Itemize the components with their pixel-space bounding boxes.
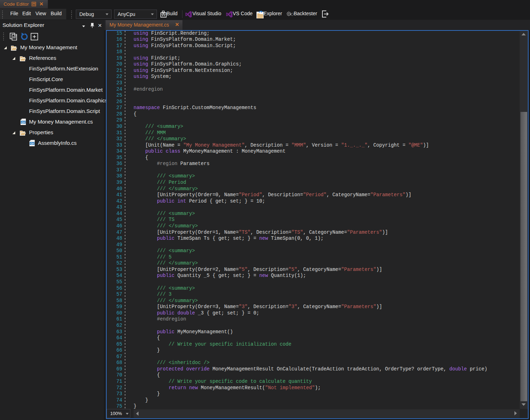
- svg-text:C#: C#: [30, 142, 34, 145]
- svg-text:C#: C#: [22, 121, 25, 124]
